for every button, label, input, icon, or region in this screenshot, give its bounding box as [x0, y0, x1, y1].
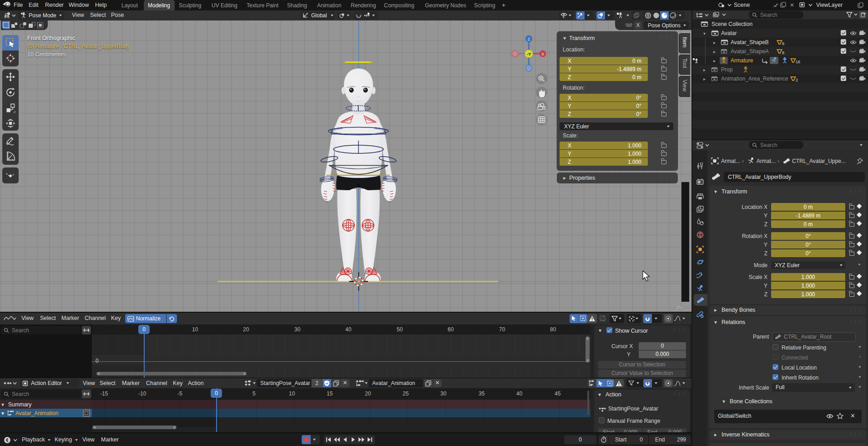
- svg-text:Z: Z: [528, 37, 530, 41]
- svg-text:X: X: [541, 52, 544, 56]
- svg-text:-Y: -Y: [527, 51, 531, 56]
